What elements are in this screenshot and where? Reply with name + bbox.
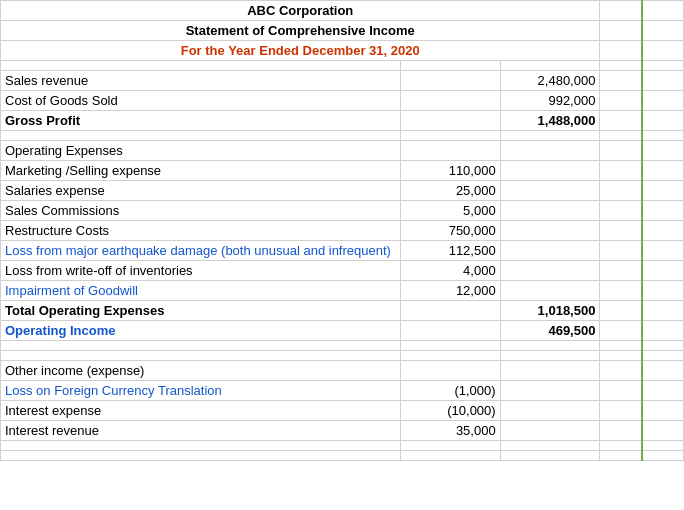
extra-cell bbox=[600, 71, 642, 91]
extra-cell bbox=[642, 301, 684, 321]
empty-cell bbox=[1, 61, 401, 71]
row-sub-value: 25,000 bbox=[400, 181, 500, 201]
table-row bbox=[1, 131, 684, 141]
row-sub-value: 35,000 bbox=[400, 421, 500, 441]
table-row: Sales Commissions 5,000 bbox=[1, 201, 684, 221]
table-row bbox=[1, 451, 684, 461]
table-row: Operating Income 469,500 bbox=[1, 321, 684, 341]
extra-cell bbox=[600, 41, 642, 61]
table-row bbox=[1, 441, 684, 451]
extra-cell bbox=[600, 1, 642, 21]
row-sub-value: 4,000 bbox=[400, 261, 500, 281]
row-label: Total Operating Expenses bbox=[1, 301, 401, 321]
table-row bbox=[1, 61, 684, 71]
row-sub-value bbox=[400, 321, 500, 341]
extra-cell bbox=[642, 221, 684, 241]
row-sub-value: 112,500 bbox=[400, 241, 500, 261]
header-cell: Statement of Comprehensive Income bbox=[1, 21, 600, 41]
row-label: Interest expense bbox=[1, 401, 401, 421]
row-total-value: 1,018,500 bbox=[500, 301, 600, 321]
extra-cell bbox=[600, 281, 642, 301]
table-row: Salaries expense 25,000 bbox=[1, 181, 684, 201]
row-sub-value: 12,000 bbox=[400, 281, 500, 301]
extra-cell bbox=[600, 21, 642, 41]
row-total-value bbox=[500, 361, 600, 381]
row-total-value bbox=[500, 381, 600, 401]
empty-cell bbox=[642, 451, 684, 461]
row-sub-value bbox=[400, 71, 500, 91]
extra-cell bbox=[642, 71, 684, 91]
table-row: Loss from write-off of inventories 4,000 bbox=[1, 261, 684, 281]
table-row: Cost of Goods Sold 992,000 bbox=[1, 91, 684, 111]
table-row: ABC Corporation bbox=[1, 1, 684, 21]
row-sub-value: 5,000 bbox=[400, 201, 500, 221]
row-sub-value bbox=[400, 91, 500, 111]
row-label: Restructure Costs bbox=[1, 221, 401, 241]
income-statement-table: ABC Corporation Statement of Comprehensi… bbox=[0, 0, 684, 461]
table-row bbox=[1, 341, 684, 351]
extra-cell bbox=[642, 21, 684, 41]
row-total-value bbox=[500, 281, 600, 301]
table-row: Other income (expense) bbox=[1, 361, 684, 381]
row-total-value: 469,500 bbox=[500, 321, 600, 341]
extra-cell bbox=[600, 301, 642, 321]
row-total-value bbox=[500, 181, 600, 201]
row-sub-value: 110,000 bbox=[400, 161, 500, 181]
table-row: Interest revenue 35,000 bbox=[1, 421, 684, 441]
extra-cell bbox=[642, 281, 684, 301]
row-total-value bbox=[500, 221, 600, 241]
empty-cell bbox=[600, 441, 642, 451]
extra-cell bbox=[600, 241, 642, 261]
row-total-value bbox=[500, 261, 600, 281]
row-sub-value bbox=[400, 361, 500, 381]
row-label: Cost of Goods Sold bbox=[1, 91, 401, 111]
table-row: Loss from major earthquake damage (both … bbox=[1, 241, 684, 261]
extra-cell bbox=[642, 1, 684, 21]
row-sub-value: 750,000 bbox=[400, 221, 500, 241]
row-label: Sales revenue bbox=[1, 71, 401, 91]
empty-cell bbox=[500, 351, 600, 361]
empty-cell bbox=[1, 441, 401, 451]
extra-cell bbox=[642, 361, 684, 381]
extra-cell bbox=[642, 261, 684, 281]
extra-cell bbox=[600, 111, 642, 131]
extra-cell bbox=[642, 161, 684, 181]
row-label: Sales Commissions bbox=[1, 201, 401, 221]
table-row: Marketing /Selling expense 110,000 bbox=[1, 161, 684, 181]
empty-cell bbox=[600, 451, 642, 461]
row-label: Other income (expense) bbox=[1, 361, 401, 381]
extra-cell bbox=[600, 181, 642, 201]
extra-cell bbox=[600, 361, 642, 381]
table-row: Restructure Costs 750,000 bbox=[1, 221, 684, 241]
empty-cell bbox=[500, 441, 600, 451]
empty-cell bbox=[400, 351, 500, 361]
empty-cell bbox=[642, 341, 684, 351]
extra-cell bbox=[642, 201, 684, 221]
extra-cell bbox=[642, 401, 684, 421]
empty-cell bbox=[600, 351, 642, 361]
table-row: Gross Profit 1,488,000 bbox=[1, 111, 684, 131]
extra-cell bbox=[600, 421, 642, 441]
extra-cell bbox=[600, 91, 642, 111]
row-total-value: 2,480,000 bbox=[500, 71, 600, 91]
row-sub-value: (10,000) bbox=[400, 401, 500, 421]
row-total-value bbox=[500, 201, 600, 221]
empty-cell bbox=[500, 61, 600, 71]
table-row: Impairment of Goodwill 12,000 bbox=[1, 281, 684, 301]
row-label: Loss on Foreign Currency Translation bbox=[1, 381, 401, 401]
extra-cell bbox=[642, 91, 684, 111]
table-row: For the Year Ended December 31, 2020 bbox=[1, 41, 684, 61]
empty-cell bbox=[1, 451, 401, 461]
extra-cell bbox=[642, 141, 684, 161]
empty-cell bbox=[1, 341, 401, 351]
empty-cell bbox=[600, 341, 642, 351]
table-row: Loss on Foreign Currency Translation (1,… bbox=[1, 381, 684, 401]
empty-cell bbox=[400, 441, 500, 451]
empty-cell bbox=[642, 441, 684, 451]
empty-cell bbox=[400, 131, 500, 141]
empty-cell bbox=[1, 131, 401, 141]
table-row: Total Operating Expenses 1,018,500 bbox=[1, 301, 684, 321]
table-row bbox=[1, 351, 684, 361]
row-sub-value: (1,000) bbox=[400, 381, 500, 401]
extra-cell bbox=[600, 201, 642, 221]
